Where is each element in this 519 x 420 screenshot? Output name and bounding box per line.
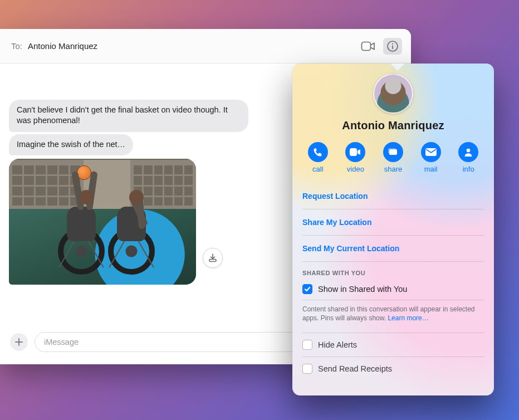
svg-rect-3 — [209, 260, 216, 262]
call-action[interactable]: call — [301, 142, 335, 173]
send-current-location-item[interactable]: Send My Current Location — [302, 236, 484, 262]
to-recipient[interactable]: Antonio Manriquez — [28, 41, 97, 51]
info-action[interactable]: info — [452, 142, 485, 173]
svg-rect-7 — [425, 148, 437, 156]
svg-rect-6 — [388, 148, 396, 154]
share-my-location-item[interactable]: Share My Location — [302, 209, 484, 236]
download-icon — [208, 253, 218, 263]
image-attachment[interactable] — [9, 159, 196, 285]
facetime-button[interactable] — [359, 38, 378, 55]
to-label: To: — [11, 41, 22, 51]
message-input-placeholder: iMessage — [44, 338, 79, 346]
send-read-receipts-label: Send Read Receipts — [318, 364, 392, 373]
message-bubble[interactable]: Can't believe I didn't get the final bas… — [9, 100, 248, 132]
action-label: video — [347, 165, 364, 173]
check-icon — [304, 286, 311, 292]
request-location-item[interactable]: Request Location — [302, 183, 484, 209]
hide-alerts-row[interactable]: Hide Alerts — [302, 333, 484, 356]
hide-alerts-label: Hide Alerts — [318, 340, 357, 349]
phone-icon — [313, 147, 323, 157]
quick-actions: call video share mail info — [292, 134, 494, 183]
show-in-shared-label: Show in Shared with You — [318, 285, 407, 294]
shared-with-you-note: Content shared in this conversation will… — [302, 300, 484, 333]
svg-rect-4 — [350, 148, 357, 156]
popover-header: Antonio Manriquez — [292, 64, 494, 134]
show-in-shared-checkbox[interactable] — [302, 284, 312, 294]
send-read-receipts-checkbox[interactable] — [302, 364, 312, 374]
video-action[interactable]: video — [339, 142, 372, 173]
svg-rect-0 — [362, 42, 371, 50]
action-label: mail — [424, 165, 438, 173]
plus-icon — [14, 338, 23, 346]
video-icon — [350, 148, 361, 156]
svg-point-2 — [392, 43, 393, 44]
send-read-receipts-row[interactable]: Send Read Receipts — [302, 356, 484, 380]
video-icon — [361, 41, 375, 51]
shared-with-you-heading: Shared with You — [302, 262, 484, 276]
mail-action[interactable]: mail — [414, 142, 448, 173]
learn-more-link[interactable]: Learn more… — [388, 314, 428, 322]
action-label: info — [463, 165, 474, 173]
hide-alerts-checkbox[interactable] — [302, 340, 312, 350]
info-icon — [386, 40, 399, 52]
message-bubble[interactable]: Imagine the swish of the net… — [9, 134, 133, 156]
apps-button[interactable] — [10, 333, 28, 351]
action-label: share — [384, 165, 403, 173]
action-label: call — [312, 165, 324, 173]
person-icon — [463, 147, 473, 157]
show-in-shared-row[interactable]: Show in Shared with You — [302, 276, 484, 300]
contact-name: Antonio Manriquez — [342, 119, 444, 132]
popover-list: Request Location Share My Location Send … — [292, 183, 494, 380]
conversation-header: To: Antonio Manriquez — [0, 29, 411, 64]
details-button[interactable] — [383, 38, 402, 55]
screen-share-icon — [388, 148, 398, 156]
save-attachment-button[interactable] — [203, 248, 223, 268]
svg-point-8 — [467, 149, 471, 153]
share-action[interactable]: share — [376, 142, 410, 173]
mail-icon — [425, 148, 437, 156]
contact-avatar[interactable] — [373, 74, 413, 114]
details-popover: Antonio Manriquez call video share mail … — [292, 64, 494, 395]
